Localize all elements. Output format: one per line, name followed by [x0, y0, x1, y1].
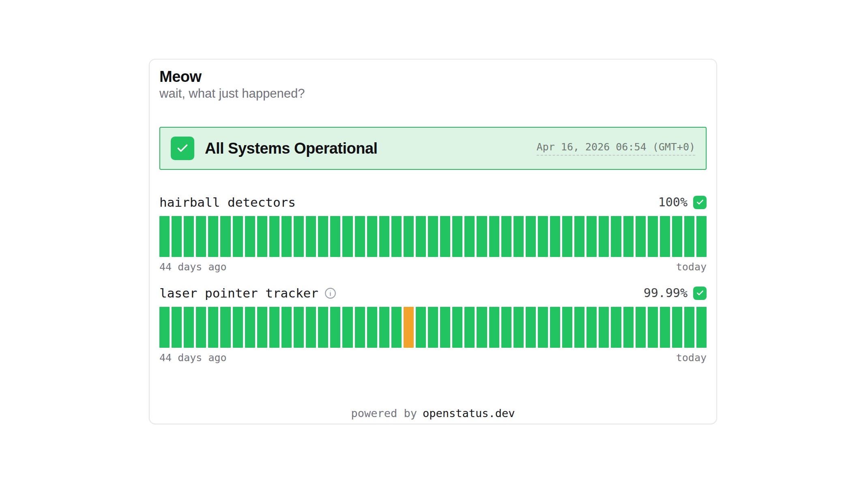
uptime-bar[interactable] [684, 307, 694, 348]
status-banner: All Systems Operational Apr 16, 2026 06:… [159, 127, 707, 170]
uptime-bar[interactable] [574, 307, 584, 348]
uptime-bar[interactable] [660, 216, 670, 257]
uptime-bar[interactable] [306, 216, 316, 257]
uptime-bar[interactable] [306, 307, 316, 348]
uptime-bar[interactable] [696, 307, 707, 348]
uptime-bar[interactable] [696, 216, 707, 257]
uptime-bar[interactable] [416, 307, 426, 348]
uptime-bar[interactable] [599, 216, 609, 257]
uptime-percentage: 100% [658, 194, 688, 210]
uptime-bar[interactable] [428, 307, 438, 348]
uptime-bar[interactable] [489, 216, 499, 257]
page-subtitle: wait, what just happened? [159, 86, 707, 102]
uptime-bar[interactable] [416, 216, 426, 257]
uptime-bar[interactable] [184, 307, 194, 348]
uptime-bar[interactable] [257, 216, 267, 257]
uptime-bar[interactable] [513, 307, 524, 348]
uptime-bar[interactable] [477, 307, 487, 348]
uptime-bar[interactable] [367, 216, 377, 257]
uptime-bar[interactable] [269, 307, 279, 348]
uptime-bar[interactable] [245, 307, 255, 348]
uptime-bar-degraded[interactable] [404, 307, 414, 348]
uptime-bar[interactable] [159, 307, 170, 348]
uptime-bar[interactable] [330, 216, 340, 257]
uptime-bar[interactable] [233, 307, 243, 348]
uptime-bar[interactable] [550, 216, 560, 257]
uptime-bar[interactable] [623, 307, 634, 348]
uptime-bar[interactable] [220, 216, 230, 257]
uptime-bar[interactable] [477, 216, 487, 257]
uptime-bar[interactable] [208, 307, 218, 348]
uptime-bar[interactable] [391, 307, 402, 348]
uptime-bar[interactable] [464, 216, 475, 257]
uptime-bar[interactable] [526, 307, 536, 348]
uptime-percentage: 99.99% [644, 285, 688, 301]
uptime-bar[interactable] [294, 216, 304, 257]
uptime-bar[interactable] [562, 216, 572, 257]
uptime-bar[interactable] [587, 307, 597, 348]
uptime-bar[interactable] [574, 216, 584, 257]
uptime-bar[interactable] [257, 307, 267, 348]
uptime-bar[interactable] [587, 216, 597, 257]
uptime-bar[interactable] [172, 216, 182, 257]
uptime-bar[interactable] [538, 216, 548, 257]
uptime-bar[interactable] [233, 216, 243, 257]
uptime-bar[interactable] [452, 307, 462, 348]
uptime-bar[interactable] [172, 307, 182, 348]
uptime-bar[interactable] [648, 216, 658, 257]
uptime-bar[interactable] [342, 216, 352, 257]
uptime-bar[interactable] [245, 216, 255, 257]
uptime-check-icon [693, 196, 707, 209]
uptime-bar[interactable] [501, 307, 511, 348]
uptime-bar[interactable] [464, 307, 475, 348]
uptime-bar[interactable] [404, 216, 414, 257]
uptime-bar[interactable] [318, 216, 328, 257]
uptime-bar[interactable] [355, 307, 365, 348]
uptime-bar[interactable] [611, 216, 621, 257]
uptime-bar[interactable] [379, 307, 389, 348]
uptime-bar[interactable] [526, 216, 536, 257]
uptime-bar[interactable] [452, 216, 462, 257]
uptime-bar[interactable] [660, 307, 670, 348]
uptime-bar[interactable] [196, 307, 206, 348]
uptime-bar[interactable] [281, 216, 292, 257]
uptime-bar[interactable] [562, 307, 572, 348]
uptime-bar[interactable] [611, 307, 621, 348]
uptime-bar[interactable] [489, 307, 499, 348]
uptime-bar[interactable] [379, 216, 389, 257]
uptime-bar[interactable] [538, 307, 548, 348]
uptime-bar[interactable] [391, 216, 402, 257]
uptime-bar[interactable] [184, 216, 194, 257]
info-icon[interactable] [324, 287, 337, 300]
uptime-bar[interactable] [220, 307, 230, 348]
uptime-bar[interactable] [196, 216, 206, 257]
uptime-bar[interactable] [648, 307, 658, 348]
uptime-bar[interactable] [513, 216, 524, 257]
openstatus-link[interactable]: openstatus.dev [423, 407, 515, 420]
status-timestamp[interactable]: Apr 16, 2026 06:54 (GMT+0) [537, 141, 695, 156]
uptime-bar[interactable] [367, 307, 377, 348]
uptime-bar[interactable] [672, 307, 682, 348]
uptime-bar[interactable] [159, 216, 170, 257]
uptime-bar[interactable] [208, 216, 218, 257]
uptime-bar[interactable] [672, 216, 682, 257]
uptime-bar[interactable] [330, 307, 340, 348]
uptime-bar[interactable] [623, 216, 634, 257]
uptime-bar[interactable] [440, 216, 450, 257]
uptime-bar[interactable] [684, 216, 694, 257]
uptime-bar[interactable] [599, 307, 609, 348]
uptime-bar[interactable] [355, 216, 365, 257]
uptime-bar[interactable] [294, 307, 304, 348]
uptime-bar[interactable] [281, 307, 292, 348]
uptime-bar[interactable] [440, 307, 450, 348]
uptime-bar[interactable] [636, 307, 646, 348]
uptime-bar[interactable] [428, 216, 438, 257]
monitor-header: hairball detectors 100% [159, 194, 707, 210]
monitor-uptime-group: 99.99% [644, 285, 707, 301]
uptime-bar[interactable] [318, 307, 328, 348]
uptime-bar[interactable] [501, 216, 511, 257]
uptime-bar[interactable] [636, 216, 646, 257]
uptime-bar[interactable] [550, 307, 560, 348]
uptime-bar[interactable] [342, 307, 352, 348]
uptime-bar[interactable] [269, 216, 279, 257]
